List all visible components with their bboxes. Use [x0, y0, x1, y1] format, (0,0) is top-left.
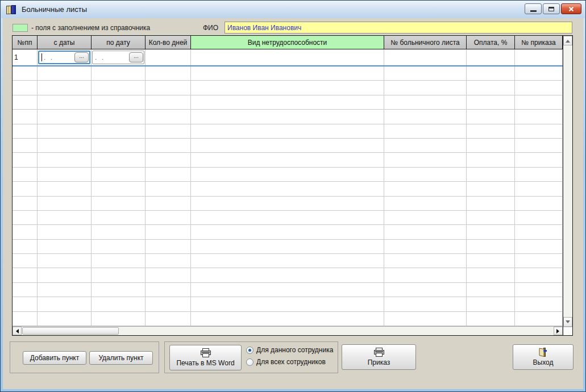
- table-cell[interactable]: [384, 283, 467, 297]
- table-cell[interactable]: [515, 66, 563, 80]
- table-cell[interactable]: [146, 225, 191, 239]
- table-cell[interactable]: [38, 95, 92, 109]
- table-cell[interactable]: [191, 254, 384, 268]
- table-cell[interactable]: [146, 139, 191, 152]
- table-cell[interactable]: [38, 182, 92, 195]
- vertical-scroll-track[interactable]: [563, 45, 572, 317]
- table-cell[interactable]: [384, 225, 467, 239]
- table-cell[interactable]: [13, 297, 38, 311]
- table-cell[interactable]: [92, 312, 146, 326]
- table-cell[interactable]: [38, 124, 92, 138]
- table-cell[interactable]: [13, 312, 38, 326]
- order-button[interactable]: Приказ: [342, 344, 416, 370]
- table-cell[interactable]: [146, 124, 191, 138]
- radio-all-employees[interactable]: Для всех сотрудников: [246, 358, 333, 366]
- table-cell[interactable]: [13, 153, 38, 166]
- vertical-scrollbar[interactable]: [563, 36, 572, 335]
- table-row[interactable]: [13, 268, 563, 282]
- table-cell[interactable]: [92, 240, 146, 253]
- table-cell[interactable]: [467, 168, 515, 181]
- table-cell[interactable]: [191, 268, 384, 282]
- table-cell[interactable]: [38, 211, 92, 224]
- scroll-up-button[interactable]: [563, 36, 572, 45]
- table-cell[interactable]: [467, 110, 515, 123]
- table-cell[interactable]: [467, 81, 515, 94]
- table-cell[interactable]: [191, 182, 384, 195]
- table-cell[interactable]: [146, 240, 191, 253]
- table-cell[interactable]: [467, 211, 515, 224]
- table-cell[interactable]: [38, 312, 92, 326]
- fio-input[interactable]: [225, 22, 572, 34]
- to-date-cell[interactable]: . . ...: [92, 49, 146, 65]
- minimize-button[interactable]: [525, 3, 542, 14]
- table-cell[interactable]: [384, 66, 467, 80]
- table-cell[interactable]: [515, 211, 563, 224]
- table-cell[interactable]: [92, 297, 146, 311]
- maximize-button[interactable]: [543, 3, 560, 14]
- table-cell[interactable]: [467, 139, 515, 152]
- table-cell[interactable]: [38, 139, 92, 152]
- table-cell[interactable]: [146, 268, 191, 282]
- table-cell[interactable]: [515, 312, 563, 326]
- order-number-cell[interactable]: [515, 49, 563, 65]
- table-row[interactable]: [13, 110, 563, 124]
- table-cell[interactable]: [467, 297, 515, 311]
- table-cell[interactable]: [384, 139, 467, 152]
- table-cell[interactable]: [38, 81, 92, 94]
- table-cell[interactable]: [13, 197, 38, 210]
- exit-button[interactable]: Выход: [513, 344, 573, 370]
- table-row-selected[interactable]: 1 . . ... . . ...: [13, 49, 563, 66]
- from-date-picker-button[interactable]: ...: [74, 52, 89, 62]
- table-cell[interactable]: [92, 124, 146, 138]
- table-cell[interactable]: [13, 110, 38, 123]
- table-row[interactable]: [13, 254, 563, 268]
- table-cell[interactable]: [515, 197, 563, 210]
- delete-item-button[interactable]: Удалить пункт: [89, 351, 153, 365]
- table-cell[interactable]: [38, 153, 92, 166]
- table-cell[interactable]: [191, 124, 384, 138]
- table-cell[interactable]: [92, 197, 146, 210]
- table-cell[interactable]: [384, 168, 467, 181]
- table-cell[interactable]: [191, 153, 384, 166]
- from-date-cell[interactable]: . . ...: [38, 49, 92, 65]
- table-row[interactable]: [13, 66, 563, 81]
- table-cell[interactable]: [384, 254, 467, 268]
- table-row[interactable]: [13, 297, 563, 311]
- scroll-left-button[interactable]: [13, 327, 22, 335]
- table-cell[interactable]: [92, 81, 146, 94]
- table-cell[interactable]: [92, 254, 146, 268]
- table-cell[interactable]: [384, 124, 467, 138]
- table-cell[interactable]: [13, 66, 38, 80]
- table-row[interactable]: [13, 139, 563, 153]
- table-cell[interactable]: [467, 197, 515, 210]
- disability-type-cell[interactable]: [191, 49, 384, 65]
- table-cell[interactable]: [191, 95, 384, 109]
- table-cell[interactable]: [191, 110, 384, 123]
- table-cell[interactable]: [13, 283, 38, 297]
- scroll-right-button[interactable]: [554, 327, 563, 335]
- table-cell[interactable]: [13, 139, 38, 152]
- table-cell[interactable]: [38, 240, 92, 253]
- table-cell[interactable]: [515, 268, 563, 282]
- table-cell[interactable]: [146, 182, 191, 195]
- table-cell[interactable]: [467, 66, 515, 80]
- table-row[interactable]: [13, 124, 563, 139]
- table-cell[interactable]: [515, 139, 563, 152]
- table-cell[interactable]: [38, 268, 92, 282]
- from-date-editor[interactable]: . . ...: [38, 51, 90, 64]
- table-cell[interactable]: [13, 95, 38, 109]
- table-cell[interactable]: [515, 153, 563, 166]
- table-cell[interactable]: [191, 283, 384, 297]
- add-item-button[interactable]: Добавить пункт: [23, 351, 86, 365]
- to-date-picker-button[interactable]: ...: [129, 52, 143, 62]
- table-cell[interactable]: [146, 254, 191, 268]
- table-cell[interactable]: [92, 110, 146, 123]
- table-cell[interactable]: [515, 225, 563, 239]
- table-cell[interactable]: [13, 182, 38, 195]
- days-cell[interactable]: [146, 49, 191, 65]
- table-cell[interactable]: [92, 211, 146, 224]
- table-cell[interactable]: [515, 240, 563, 253]
- table-cell[interactable]: [191, 66, 384, 80]
- table-cell[interactable]: [515, 124, 563, 138]
- table-cell[interactable]: [467, 225, 515, 239]
